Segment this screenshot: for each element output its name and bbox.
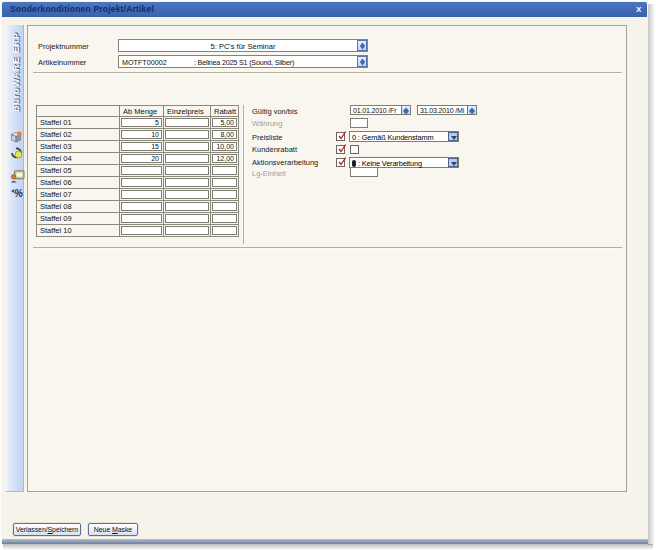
svg-text:%: %	[14, 188, 23, 199]
